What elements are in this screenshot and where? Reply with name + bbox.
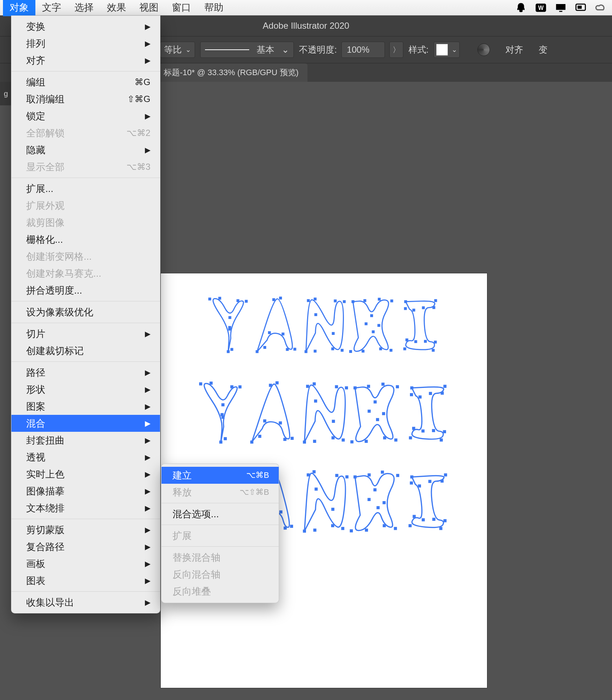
submenu-item-混合选项...[interactable]: 混合选项... [161,505,279,522]
submenu-arrow-icon: ▶ [145,39,150,48]
svg-rect-132 [313,529,316,532]
svg-rect-131 [314,487,317,490]
menu-item-label: 混合 [26,417,45,430]
svg-rect-90 [376,418,379,421]
svg-rect-25 [334,300,337,302]
menu-item-图表[interactable]: 图表▶ [11,572,160,589]
artwork-letter-N[interactable] [298,380,350,443]
artwork-letter-X[interactable] [348,295,396,353]
menu-item-路径[interactable]: 路径▶ [11,364,160,381]
screen-icon[interactable] [574,3,587,13]
svg-rect-50 [403,347,406,350]
svg-rect-146 [444,473,447,476]
menu-item-扩展...[interactable]: 扩展... [11,180,160,197]
menu-item-label: 裁剪图像 [26,216,65,229]
menu-item-混合[interactable]: 混合▶ [11,415,160,432]
menu-item-透视[interactable]: 透视▶ [11,449,160,466]
svg-rect-141 [376,506,379,509]
menu-item-图像描摹[interactable]: 图像描摹▶ [11,483,160,500]
style-dropdown[interactable]: ⌄ [434,42,460,58]
menu-item-创建裁切标记[interactable]: 创建裁切标记 [11,342,160,359]
menu-item-隐藏[interactable]: 隐藏▶ [11,141,160,158]
svg-rect-77 [345,386,348,389]
object-menu: 变换▶排列▶对齐▶编组⌘G取消编组⇧⌘G锁定▶全部解锁⌥⌘2隐藏▶显示全部⌥⌘3… [11,15,160,613]
svg-rect-137 [396,474,399,477]
menu-item-形状[interactable]: 形状▶ [11,381,160,398]
opacity-stepper[interactable]: 〉 [389,42,403,58]
submenu-item-label: 替换混合轴 [173,551,220,564]
menubar-item-help[interactable]: 帮助 [198,0,230,16]
menu-item-封套扭曲[interactable]: 封套扭曲▶ [11,432,160,449]
menubar-item-view[interactable]: 视图 [133,0,165,16]
menu-item-变换[interactable]: 变换▶ [11,18,160,35]
menubar-item-window[interactable]: 窗口 [165,0,198,16]
svg-rect-85 [381,383,384,386]
svg-rect-30 [313,350,316,353]
menubar-item-select[interactable]: 选择 [68,0,100,16]
svg-rect-18 [281,333,284,336]
menu-item-画板[interactable]: 画板▶ [11,555,160,572]
svg-rect-67 [291,437,293,440]
menu-item-设为像素级优化[interactable]: 设为像素级优化 [11,304,160,321]
menubar-item-text[interactable]: 文字 [35,0,68,16]
menu-item-收集以导出[interactable]: 收集以导出▶ [11,594,160,611]
menu-item-复合路径[interactable]: 复合路径▶ [11,538,160,555]
menu-item-锁定[interactable]: 锁定▶ [11,108,160,125]
system-tray: W [515,3,607,13]
menu-item-label: 画板 [26,557,45,570]
submenu-item-建立[interactable]: 建立⌥⌘B [161,467,279,484]
menu-item-剪切蒙版[interactable]: 剪切蒙版▶ [11,521,160,538]
menu-item-文本绕排[interactable]: 文本绕排▶ [11,500,160,517]
artwork-letter-I[interactable] [401,380,453,443]
svg-rect-89 [383,436,386,439]
menu-item-label: 变换 [26,20,45,33]
menu-item-图案[interactable]: 图案▶ [11,398,160,415]
svg-rect-152 [408,524,411,527]
align-label[interactable]: 对齐 [505,44,523,56]
submenu-arrow-icon: ▶ [145,453,150,462]
menu-item-切片[interactable]: 切片▶ [11,325,160,342]
svg-rect-80 [314,399,317,402]
menu-item-取消编组[interactable]: 取消编组⇧⌘G [11,91,160,108]
submenu-item-反向堆叠: 反向堆叠 [161,583,279,600]
submenu-arrow-icon: ▶ [145,419,150,428]
shortcut-label: ⌘G [135,77,150,87]
menu-item-排列[interactable]: 排列▶ [11,35,160,52]
menu-item-实时上色[interactable]: 实时上色▶ [11,466,160,483]
svg-rect-123 [303,529,306,532]
qq-icon[interactable] [515,3,527,13]
opacity-input[interactable]: 100% [341,42,385,58]
submenu-arrow-icon: ▶ [145,576,150,585]
menubar-item-effect[interactable]: 效果 [100,0,133,16]
svg-rect-129 [341,527,344,530]
svg-rect-138 [382,501,385,504]
monitor-icon[interactable] [554,3,567,13]
menubar-item-object[interactable]: 对象 [3,0,35,16]
menu-item-拼合透明度...[interactable]: 拼合透明度... [11,282,160,299]
artwork-letter-N[interactable] [300,295,348,353]
menu-item-label: 实时上色 [26,468,65,481]
svg-rect-51 [405,339,408,342]
recolor-icon[interactable] [477,43,490,56]
menu-item-栅格化...[interactable]: 栅格化... [11,231,160,248]
artwork-letter-X[interactable] [350,469,401,531]
svg-rect-54 [404,307,407,310]
creative-cloud-icon[interactable] [594,3,607,13]
svg-rect-39 [372,330,375,333]
svg-rect-42 [365,322,368,325]
style-swatch-icon [436,44,448,56]
artwork-letter-I[interactable] [401,469,453,531]
artwork-letter-I[interactable] [396,295,444,353]
submenu-arrow-icon: ▶ [145,22,150,31]
transform-stub[interactable]: 变 [539,44,547,56]
svg-rect-75 [332,420,335,423]
submenu-item-反向混合轴: 反向混合轴 [161,566,279,583]
svg-rect-133 [353,475,356,478]
artwork-letter-X[interactable] [350,380,401,443]
artwork-letter-N[interactable] [298,469,350,531]
svg-rect-134 [368,473,371,476]
menu-item-编组[interactable]: 编组⌘G [11,74,160,91]
wps-icon[interactable]: W [535,3,547,13]
menu-item-对齐[interactable]: 对齐▶ [11,52,160,69]
side-tab[interactable]: g [0,82,12,105]
